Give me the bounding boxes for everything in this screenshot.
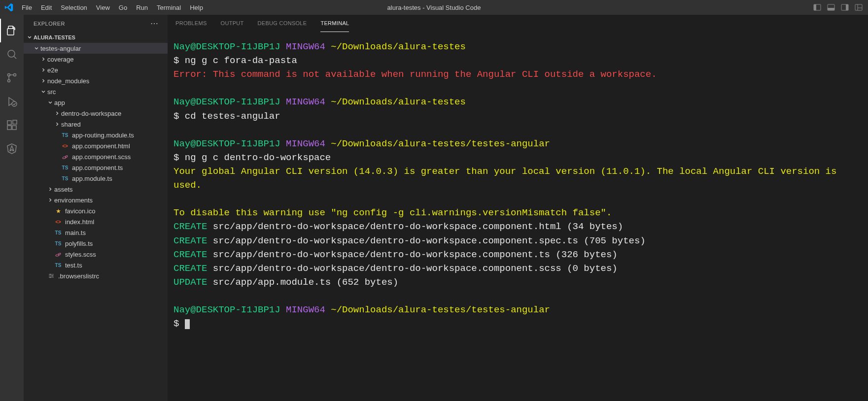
chevron-down-icon (39, 89, 47, 95)
chevron-down-icon (46, 100, 54, 105)
file-app.component.scss[interactable]: app.component.scss (24, 151, 168, 162)
panel-tabs: PROBLEMSOUTPUTDEBUG CONSOLETERMINAL (168, 15, 868, 32)
svg-point-23 (50, 274, 51, 275)
activity-source-control[interactable] (0, 66, 24, 90)
chevron-right-icon (39, 56, 47, 62)
activity-extensions[interactable] (0, 113, 24, 137)
folder-node_modules[interactable]: node_modules (24, 75, 168, 86)
terminal-line: CREATE src/app/dentro-do-workspace/dentr… (174, 234, 862, 248)
scss-icon (54, 250, 62, 258)
folder-testes-angular[interactable]: testes-angular (24, 43, 168, 54)
tree-label: assets (54, 186, 73, 193)
svg-point-13 (8, 80, 10, 82)
menu-run[interactable]: Run (132, 0, 152, 15)
terminal-line: CREATE src/app/dentro-do-workspace/dentr… (174, 262, 862, 275)
terminal-line: UPDATE src/app/app.module.ts (652 bytes) (174, 275, 862, 289)
typescript-icon: TS (61, 174, 69, 182)
tree-label: index.html (65, 218, 94, 226)
sidebar-section-header[interactable]: ALURA-TESTES (24, 32, 168, 43)
panel-tab-output[interactable]: OUTPUT (221, 15, 244, 32)
folder-src[interactable]: src (24, 86, 168, 97)
terminal-line: $ cd testes-angular (174, 109, 862, 123)
tree-label: app.module.ts (72, 175, 112, 182)
file-favicon.ico[interactable]: ★favicon.ico (24, 205, 168, 216)
menu-file[interactable]: File (17, 0, 36, 15)
folder-dentro-do-workspace[interactable]: dentro-do-workspace (24, 108, 168, 119)
terminal-line: Nay@DESKTOP-I1JBP1J MINGW64 ~/Downloads/… (174, 95, 862, 109)
terminal-output[interactable]: Nay@DESKTOP-I1JBP1J MINGW64 ~/Downloads/… (168, 32, 868, 401)
file-styles.scss[interactable]: styles.scss (24, 249, 168, 260)
folder-environments[interactable]: environments (24, 195, 168, 205)
chevron-down-icon (26, 34, 34, 40)
terminal-line (174, 81, 862, 95)
file-index.html[interactable]: <>index.html (24, 216, 168, 227)
more-actions-icon[interactable]: ⋯ (150, 19, 159, 28)
file-.browserslistrc[interactable]: .browserslistrc (24, 270, 168, 281)
menu-selection[interactable]: Selection (56, 0, 91, 15)
menu-go[interactable]: Go (114, 0, 132, 15)
tree-label: test.ts (65, 262, 82, 269)
chevron-right-icon (53, 110, 61, 116)
layout-panel-right-icon[interactable] (840, 3, 849, 12)
terminal-line: CREATE src/app/dentro-do-workspace/dentr… (174, 248, 862, 262)
folder-e2e[interactable]: e2e (24, 65, 168, 75)
tree-label: shared (61, 121, 81, 128)
svg-rect-18 (12, 126, 16, 130)
editor-area: PROBLEMSOUTPUTDEBUG CONSOLETERMINAL Nay@… (168, 15, 868, 401)
activity-angular[interactable] (0, 137, 24, 161)
svg-rect-19 (13, 120, 17, 124)
layout-customize-icon[interactable] (854, 3, 863, 12)
activity-explorer[interactable] (0, 19, 24, 42)
svg-point-25 (50, 277, 51, 278)
typescript-icon: TS (54, 239, 62, 247)
terminal-line: Nay@DESKTOP-I1JBP1J MINGW64 ~/Downloads/… (174, 137, 862, 151)
tree-label: app-routing.module.ts (72, 132, 134, 139)
section-label: ALURA-TESTES (34, 34, 75, 40)
folder-app[interactable]: app (24, 97, 168, 108)
panel-tab-debug-console[interactable]: DEBUG CONSOLE (258, 15, 307, 32)
tree-label: app.component.html (72, 142, 130, 150)
file-app.module.ts[interactable]: TSapp.module.ts (24, 173, 168, 184)
svg-point-12 (14, 74, 16, 76)
tree-label: polyfills.ts (65, 240, 93, 247)
layout-panel-left-icon[interactable] (813, 3, 822, 12)
file-tree: testes-angularcoveragee2enode_modulessrc… (24, 43, 168, 401)
terminal-cursor (185, 319, 190, 329)
tree-label: testes-angular (40, 45, 81, 52)
tree-label: main.ts (65, 229, 86, 236)
menu-terminal[interactable]: Terminal (152, 0, 185, 15)
file-app.component.html[interactable]: <>app.component.html (24, 140, 168, 151)
terminal-line: CREATE src/app/dentro-do-workspace/dentr… (174, 220, 862, 234)
folder-assets[interactable]: assets (24, 184, 168, 195)
menu-bar: FileEditSelectionViewGoRunTerminalHelp (17, 0, 208, 15)
file-app-routing.module.ts[interactable]: TSapp-routing.module.ts (24, 130, 168, 140)
layout-panel-bottom-icon[interactable] (827, 3, 835, 12)
favicon-icon: ★ (54, 207, 62, 215)
chevron-right-icon (46, 197, 54, 203)
file-main.ts[interactable]: TSmain.ts (24, 227, 168, 238)
menu-help[interactable]: Help (185, 0, 208, 15)
folder-coverage[interactable]: coverage (24, 54, 168, 65)
file-polyfills.ts[interactable]: TSpolyfills.ts (24, 238, 168, 249)
panel-tab-problems[interactable]: PROBLEMS (175, 15, 207, 32)
menu-edit[interactable]: Edit (36, 0, 56, 15)
html-icon: <> (61, 142, 69, 150)
tree-label: node_modules (47, 77, 89, 85)
tree-label: .browserslistrc (58, 272, 99, 280)
terminal-line: $ ng g c dentro-do-workspace (174, 151, 862, 165)
folder-shared[interactable]: shared (24, 119, 168, 130)
vscode-icon (0, 3, 17, 12)
layout-controls (813, 3, 868, 12)
activity-run-debug[interactable] (0, 90, 24, 113)
activity-search[interactable] (0, 42, 24, 66)
menu-view[interactable]: View (92, 0, 114, 15)
html-icon: <> (54, 218, 62, 226)
svg-line-11 (14, 56, 16, 59)
tree-label: favicon.ico (65, 207, 95, 215)
terminal-line: $ ng g c fora-da-pasta (174, 54, 862, 67)
panel-tab-terminal[interactable]: TERMINAL (320, 15, 349, 32)
config-icon (47, 272, 55, 280)
file-app.component.ts[interactable]: TSapp.component.ts (24, 162, 168, 173)
terminal-line: $ (174, 317, 862, 331)
file-test.ts[interactable]: TStest.ts (24, 260, 168, 270)
